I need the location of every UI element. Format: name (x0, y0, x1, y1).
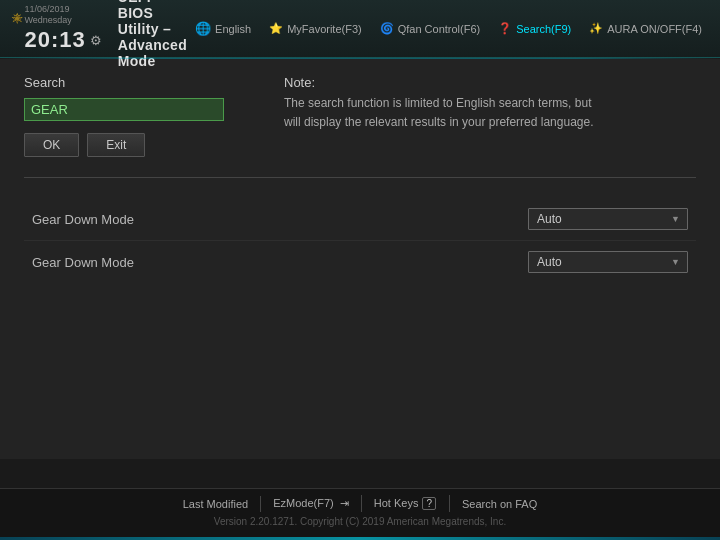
search-icon: ❓ (498, 22, 512, 35)
nav-language[interactable]: 🌐 English (187, 17, 259, 40)
header-time: 20:13 (24, 27, 85, 53)
exit-button[interactable]: Exit (87, 133, 145, 157)
arrow-icon: ⇥ (340, 497, 349, 509)
note-text: The search function is limited to Englis… (284, 94, 696, 132)
nav-qfan[interactable]: 🌀 Qfan Control(F6) (372, 18, 489, 39)
note-title: Note: (284, 75, 696, 90)
header-date: 11/06/2019Wednesday (24, 4, 101, 26)
footer-copyright: Version 2.20.1271. Copyright (C) 2019 Am… (0, 514, 720, 527)
search-panel: Search OK Exit (24, 75, 244, 157)
fan-icon: 🌀 (380, 22, 394, 35)
footer-navigation: Last Modified EzMode(F7) ⇥ Hot Keys ? Se… (0, 489, 720, 514)
search-label: Search (24, 75, 244, 90)
nav-aura[interactable]: ✨ AURA ON/OFF(F4) (581, 18, 710, 39)
gear-down-mode-1-select[interactable]: Auto Disabled Enabled (528, 208, 688, 230)
nav-myfavorite[interactable]: ⭐ MyFavorite(F3) (261, 18, 370, 39)
result-label-2: Gear Down Mode (32, 255, 528, 270)
ok-button[interactable]: OK (24, 133, 79, 157)
aura-icon: ✨ (589, 22, 603, 35)
footer-search-faq[interactable]: Search on FAQ (450, 496, 549, 512)
star-icon: ⭐ (269, 22, 283, 35)
search-input[interactable] (24, 98, 224, 121)
dropdown-wrapper-1: Auto Disabled Enabled (528, 208, 688, 230)
asus-logo (10, 12, 24, 46)
table-row: Gear Down Mode Auto Disabled Enabled (24, 198, 696, 241)
header-separator (0, 58, 720, 59)
result-control-2: Auto Disabled Enabled (528, 251, 688, 273)
globe-icon: 🌐 (195, 21, 211, 36)
table-row: Gear Down Mode Auto Disabled Enabled (24, 241, 696, 283)
settings-icon[interactable]: ⚙ (90, 33, 102, 48)
note-panel: Note: The search function is limited to … (284, 75, 696, 132)
result-label-1: Gear Down Mode (32, 212, 528, 227)
main-content: Search OK Exit Note: The search function… (0, 59, 720, 459)
header-navigation: 🌐 English ⭐ MyFavorite(F3) 🌀 Qfan Contro… (187, 17, 710, 40)
header: 11/06/2019Wednesday 20:13 ⚙ UEFI BIOS Ut… (0, 0, 720, 58)
gear-down-mode-2-select[interactable]: Auto Disabled Enabled (528, 251, 688, 273)
dropdown-wrapper-2: Auto Disabled Enabled (528, 251, 688, 273)
footer-last-modified[interactable]: Last Modified (171, 496, 261, 512)
search-buttons: OK Exit (24, 133, 244, 157)
footer: Last Modified EzMode(F7) ⇥ Hot Keys ? Se… (0, 488, 720, 540)
content-divider (24, 177, 696, 178)
results-area: Gear Down Mode Auto Disabled Enabled Gea… (24, 198, 696, 283)
search-note-row: Search OK Exit Note: The search function… (24, 75, 696, 157)
nav-search[interactable]: ❓ Search(F9) (490, 18, 579, 39)
footer-hotkeys[interactable]: Hot Keys ? (362, 495, 450, 512)
hotkeys-badge: ? (422, 497, 436, 510)
result-control-1: Auto Disabled Enabled (528, 208, 688, 230)
footer-ezmode[interactable]: EzMode(F7) ⇥ (261, 495, 362, 512)
